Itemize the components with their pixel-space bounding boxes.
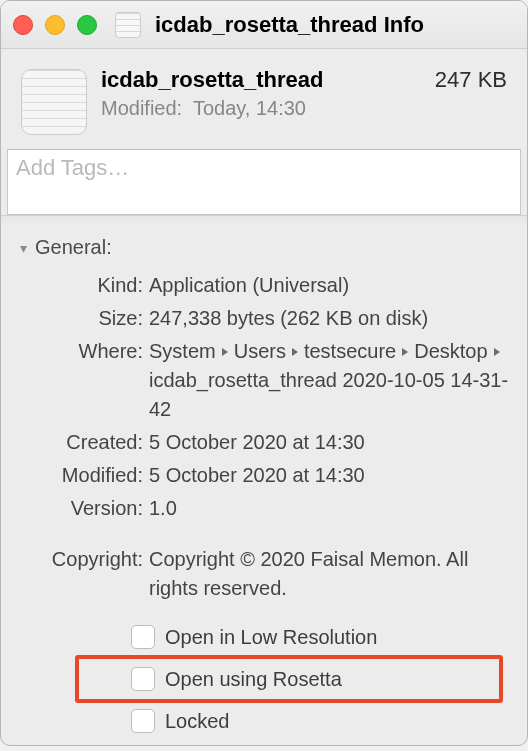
app-icon xyxy=(115,12,141,38)
file-icon xyxy=(21,69,87,135)
window-controls xyxy=(13,15,97,35)
tags-input[interactable] xyxy=(14,154,518,182)
options: Open in Low Resolution Open using Rosett… xyxy=(11,605,517,739)
version-value: 1.0 xyxy=(149,494,517,523)
tags-field[interactable] xyxy=(7,149,521,215)
general-section-title: General: xyxy=(35,236,112,259)
modified-value: 5 October 2020 at 14:30 xyxy=(149,461,517,490)
size-label: Size: xyxy=(15,304,149,333)
created-value: 5 October 2020 at 14:30 xyxy=(149,428,517,457)
rosetta-highlight: Open using Rosetta xyxy=(75,655,503,703)
modified-summary: Modified: Today, 14:30 xyxy=(101,97,507,120)
path-segment: Desktop xyxy=(414,340,487,362)
version-label: Version: xyxy=(15,494,149,523)
path-segment: Users xyxy=(234,340,286,362)
open-rosetta-label: Open using Rosetta xyxy=(165,668,342,691)
open-rosetta-row[interactable]: Open using Rosetta xyxy=(79,661,499,697)
open-low-res-label: Open in Low Resolution xyxy=(165,626,377,649)
modified-summary-label: Modified: xyxy=(101,97,182,119)
locked-label: Locked xyxy=(165,710,230,733)
created-label: Created: xyxy=(15,428,149,457)
close-icon[interactable] xyxy=(13,15,33,35)
kind-value: Application (Universal) xyxy=(149,271,517,300)
copyright-label: Copyright: xyxy=(15,545,149,574)
zoom-icon[interactable] xyxy=(77,15,97,35)
kind-label: Kind: xyxy=(15,271,149,300)
modified-summary-value: Today, 14:30 xyxy=(193,97,306,119)
checkbox-icon[interactable] xyxy=(131,625,155,649)
section-divider xyxy=(1,215,527,228)
file-name: icdab_rosetta_thread xyxy=(101,67,324,93)
window-title: icdab_rosetta_thread Info xyxy=(155,12,424,38)
chevron-down-icon: ▾ xyxy=(15,240,31,256)
summary-row: icdab_rosetta_thread 247 KB Modified: To… xyxy=(1,49,527,143)
general-section: ▾ General: Kind: Application (Universal)… xyxy=(1,228,527,739)
where-label: Where: xyxy=(15,337,149,366)
size-value: 247,338 bytes (262 KB on disk) xyxy=(149,304,517,333)
path-separator-icon xyxy=(402,348,408,356)
copyright-value: Copyright © 2020 Faisal Memon. All right… xyxy=(149,545,517,603)
path-separator-icon xyxy=(222,348,228,356)
checkbox-icon[interactable] xyxy=(131,667,155,691)
info-window: icdab_rosetta_thread Info icdab_rosetta_… xyxy=(0,0,528,746)
general-section-header[interactable]: ▾ General: xyxy=(11,232,517,269)
titlebar: icdab_rosetta_thread Info xyxy=(1,1,527,49)
modified-label: Modified: xyxy=(15,461,149,490)
file-size: 247 KB xyxy=(435,67,507,93)
path-separator-icon xyxy=(292,348,298,356)
checkbox-icon[interactable] xyxy=(131,709,155,733)
locked-row[interactable]: Locked xyxy=(11,703,517,739)
path-segment: testsecure xyxy=(304,340,396,362)
path-segment: icdab_rosetta_thread 2020-10-05 14-31-42 xyxy=(149,369,508,420)
general-properties: Kind: Application (Universal) Size: 247,… xyxy=(11,269,517,605)
where-value: SystemUserstestsecureDesktopicdab_rosett… xyxy=(149,337,517,424)
path-separator-icon xyxy=(494,348,500,356)
path-segment: System xyxy=(149,340,216,362)
open-low-res-row[interactable]: Open in Low Resolution xyxy=(11,619,517,655)
minimize-icon[interactable] xyxy=(45,15,65,35)
